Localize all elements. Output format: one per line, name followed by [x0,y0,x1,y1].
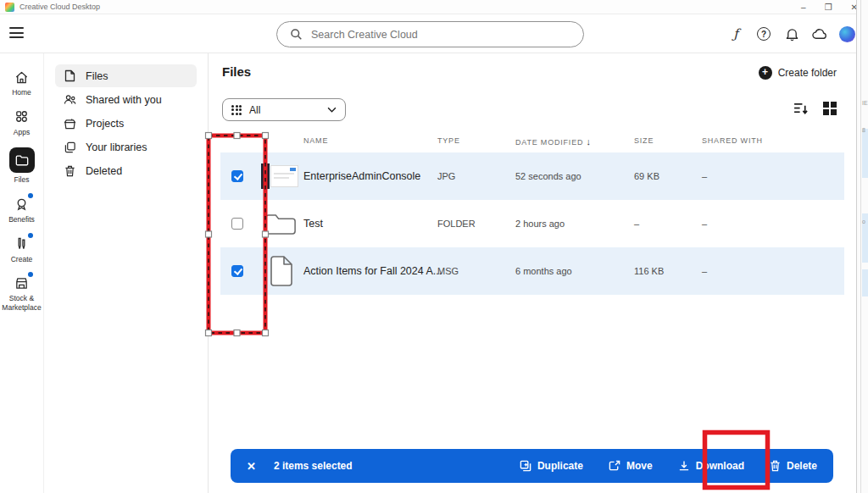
rail-item-files[interactable]: Files [0,147,44,185]
rail-item-stock-marketplace[interactable]: Stock & Marketplace [0,274,44,312]
app-header: Search Creative Cloud ƒ ? [0,14,868,53]
search-input[interactable]: Search Creative Cloud [276,21,584,47]
home-icon [14,69,31,86]
move-button[interactable]: Move [609,460,653,472]
plus-icon: + [759,66,772,80]
table-row[interactable]: Test FOLDER 2 hours ago – – [220,200,844,247]
window-title: Creative Cloud Desktop [19,3,100,11]
sidebar-item-shared-with-you[interactable]: Shared with you [55,88,197,111]
rail-item-create[interactable]: Create [0,235,44,264]
create-icon [14,235,31,252]
column-header-type[interactable]: TYPE [437,136,460,145]
maximize-button[interactable]: ❐ [825,0,832,14]
filter-selected-value: All [249,104,320,116]
download-icon [678,460,690,472]
clear-selection-icon[interactable]: ✕ [247,460,256,473]
file-type-filter-dropdown[interactable]: All [222,98,346,121]
column-header-date-modified[interactable]: DATE MODIFIED ↓ [515,136,592,147]
document-thumbnail-icon [270,255,293,291]
sidebar-item-label: Shared with you [86,94,162,106]
grid-view-icon[interactable] [823,102,837,115]
delete-trash-icon [770,460,781,472]
move-icon [609,460,620,472]
sidebar-item-label: Deleted [86,165,122,177]
sidebar-item-your-libraries[interactable]: Your libraries [55,136,197,158]
stock-badge [28,272,33,277]
selection-action-bar: ✕ 2 items selected Duplicate Move Downlo… [231,449,833,483]
files-sidebar: Files Shared with you Projects Your libr… [44,53,209,493]
rail-item-benefits[interactable]: Benefits [0,196,44,224]
duplicate-icon [520,460,531,472]
sidebar-item-label: Projects [86,118,124,130]
trash-icon [64,164,76,177]
sidebar-item-label: Your libraries [86,141,147,153]
sidebar-item-files[interactable]: Files [55,64,197,87]
benefits-badge [28,193,33,198]
sort-options-icon[interactable] [793,102,810,115]
shared-people-icon [64,93,76,106]
column-header-name[interactable]: NAME [303,136,328,145]
rail-item-apps[interactable]: Apps [0,108,44,137]
folder-thumbnail-icon [264,213,297,239]
help-icon: ? [757,27,771,41]
notifications-bell-icon[interactable] [783,25,800,42]
creative-cloud-logo-icon [5,3,14,12]
apps-icon [14,108,31,125]
jpg-thumbnail [261,163,298,189]
minimize-button[interactable]: – [801,0,806,14]
help-button[interactable]: ? [755,25,772,42]
cloud-sync-icon[interactable] [811,25,828,42]
column-header-shared-with[interactable]: SHARED WITH [702,136,763,145]
background-window-sliver: IE 8 o [856,0,868,493]
libraries-icon [64,141,76,153]
rail-item-home[interactable]: Home [0,69,44,97]
main-content: Files + Create folder All NAME TYPE DATE… [209,53,856,493]
app-rail: Home Apps Files Benefits Create Stock & … [0,53,44,493]
fonts-icon[interactable]: ƒ [727,25,744,42]
projects-icon [64,117,76,130]
chevron-down-icon [327,107,337,113]
selection-count: 2 items selected [274,460,353,472]
row-checkbox[interactable] [231,170,243,182]
page-title: Files [222,64,251,79]
column-header-size[interactable]: SIZE [634,136,654,145]
sidebar-item-label: Files [86,70,108,82]
duplicate-button[interactable]: Duplicate [520,460,583,472]
sidebar-item-projects[interactable]: Projects [55,112,197,135]
menu-icon[interactable] [9,27,24,38]
table-row[interactable]: EnterpriseAdminConsole JPG 52 seconds ag… [220,152,844,200]
sort-desc-icon: ↓ [587,136,592,147]
titlebar: Creative Cloud Desktop – ❐ ✕ [0,0,868,14]
file-icon [64,69,76,82]
delete-button[interactable]: Delete [770,460,817,472]
table-row[interactable]: Action Items for Fall 2024 A... MSG 6 mo… [220,247,844,295]
stock-marketplace-icon [14,274,31,291]
file-list: EnterpriseAdminConsole JPG 52 seconds ag… [220,152,844,295]
create-badge [28,233,33,238]
search-placeholder: Search Creative Cloud [311,29,418,41]
benefits-icon [14,196,31,213]
row-checkbox[interactable] [231,265,243,277]
sidebar-item-deleted[interactable]: Deleted [55,159,197,182]
row-checkbox[interactable] [231,218,243,230]
account-avatar[interactable] [839,26,855,42]
download-button[interactable]: Download [678,460,744,472]
search-icon [290,28,303,41]
grid-dots-icon [231,105,242,115]
files-icon [9,147,35,173]
create-folder-button[interactable]: + Create folder [759,66,837,80]
table-header: NAME TYPE DATE MODIFIED ↓ SIZE SHARED WI… [209,136,844,150]
